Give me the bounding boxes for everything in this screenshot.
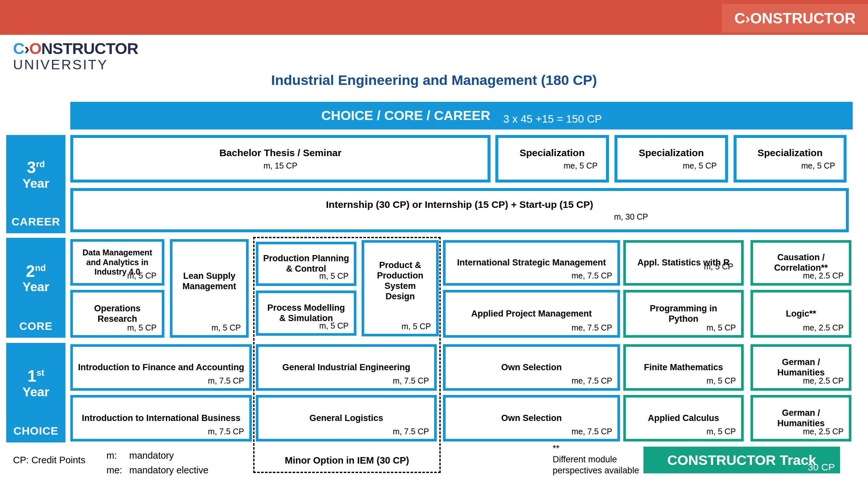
- year-2-phase: CORE: [6, 320, 65, 332]
- constructor-track-cp: 30 CP: [808, 462, 835, 473]
- course-intro-international-business: Introduction to International Business m…: [70, 395, 252, 442]
- university-logo: C›ONSTRUCTOR UNIVERSITY: [13, 40, 138, 72]
- course-programming-in-python: Programming in Python m, 5 CP: [623, 290, 744, 338]
- course-causation-correlation: Causation / Correlation** me, 2.5 CP: [750, 240, 851, 286]
- year-2-core-box: 2nd Year CORE: [6, 238, 65, 338]
- year-2-word: Year: [23, 280, 49, 294]
- year-1-number: 1st: [27, 368, 44, 385]
- course-applied-project-management: Applied Project Management me, 7.5 CP: [443, 290, 620, 338]
- top-banner: C›ONSTRUCTOR: [0, 0, 868, 35]
- year-3-career-box: 3rd Year CAREER: [6, 135, 65, 233]
- footnote-line2: perspectives available: [553, 465, 639, 476]
- year-2-number: 2nd: [26, 263, 46, 280]
- constructor-track-box: CONSTRUCTOR Track 30 CP: [644, 447, 840, 474]
- phase-header-bar: CHOICE / CORE / CAREER 3 x 45 +15 = 150 …: [70, 102, 853, 129]
- course-specialization-3: Specialization me, 5 CP: [734, 135, 846, 183]
- logo-letters-rest: NSTRUCTOR: [41, 40, 138, 57]
- course-general-industrial-engineering: General Industrial Engineering m, 7.5 CP: [256, 344, 437, 391]
- course-bachelor-thesis-seminar: Bachelor Thesis / Seminar m, 15 CP: [70, 135, 491, 183]
- legend-credit-points: CP: Credit Points: [13, 455, 85, 465]
- logo-wordmark: C›ONSTRUCTOR: [13, 40, 138, 57]
- legend-me-key: me:: [106, 465, 129, 476]
- course-logic: Logic** me, 2.5 CP: [750, 290, 851, 338]
- legend-abbreviations: m: mandatory me: mandatory elective: [106, 450, 208, 476]
- year-3-phase: CAREER: [6, 215, 65, 228]
- logo-letter-c: C: [13, 40, 24, 57]
- course-operations-research: Operations Research m, 5 CP: [70, 290, 164, 338]
- course-lean-supply-management: Lean Supply Management m, 5 CP: [170, 239, 249, 338]
- constructor-track-label: CONSTRUCTOR Track: [667, 452, 816, 468]
- course-specialization-2: Specialization me, 5 CP: [615, 135, 728, 183]
- course-own-selection-2: Own Selection me, 7.5 CP: [443, 395, 620, 442]
- course-internship-startup: Internship (30 CP) or Internship (15 CP)…: [70, 188, 849, 232]
- year-3-word: Year: [23, 176, 49, 191]
- banner-logo-plate: C›ONSTRUCTOR: [722, 4, 868, 33]
- course-international-strategic-management: International Strategic Management me, 7…: [443, 240, 620, 286]
- footnote-line1: Different module: [553, 454, 639, 465]
- course-finite-mathematics: Finite Mathematics m, 5 CP: [623, 344, 744, 391]
- logo-letter-o: O: [29, 40, 41, 57]
- legend-m-key: m:: [106, 450, 129, 461]
- curriculum-slide: C›ONSTRUCTOR C›ONSTRUCTOR UNIVERSITY Ind…: [0, 0, 868, 488]
- phase-header-label: CHOICE / CORE / CAREER: [321, 108, 490, 123]
- page-title: Industrial Engineering and Management (1…: [0, 72, 868, 88]
- course-applied-statistics-with-r: Appl. Statistics with R m, 5 CP: [623, 240, 744, 286]
- course-own-selection-1: Own Selection me, 7.5 CP: [443, 344, 620, 391]
- year-1-word: Year: [23, 385, 49, 399]
- minor-option-label: Minor Option in IEM (30 CP): [254, 455, 439, 466]
- legend-m-value: mandatory: [129, 450, 208, 461]
- logo-chevron-icon: ›: [24, 40, 29, 57]
- year-1-phase: CHOICE: [6, 425, 65, 437]
- course-specialization-1: Specialization me, 5 CP: [495, 135, 609, 183]
- course-german-humanities-1: German / Humanities me, 2.5 CP: [750, 344, 851, 391]
- course-process-modelling-simulation: Process Modelling & Simulation m, 5 CP: [256, 291, 356, 336]
- course-product-production-system-design: Product & Production System Design m, 5 …: [362, 240, 439, 336]
- constructor-wordmark: C›ONSTRUCTOR: [734, 9, 855, 27]
- year-3-number: 3rd: [27, 159, 45, 176]
- course-general-logistics: General Logistics m, 7.5 CP: [256, 395, 437, 442]
- course-german-humanities-2: German / Humanities me, 2.5 CP: [750, 395, 851, 442]
- course-production-planning-control: Production Planning & Control m, 5 CP: [256, 242, 356, 286]
- course-intro-finance-accounting: Introduction to Finance and Accounting m…: [70, 344, 252, 391]
- legend-me-value: mandatory elective: [129, 465, 208, 476]
- course-applied-calculus: Applied Calculus m, 5 CP: [623, 395, 744, 442]
- logo-university-line: UNIVERSITY: [13, 58, 138, 72]
- phase-header-formula: 3 x 45 +15 = 150 CP: [503, 113, 602, 125]
- year-1-choice-box: 1st Year CHOICE: [6, 343, 65, 443]
- module-perspectives-footnote: ** Different module perspectives availab…: [553, 443, 639, 476]
- course-data-management-analytics: Data Management and Analytics in Industr…: [70, 239, 164, 286]
- footnote-stars: **: [553, 443, 639, 454]
